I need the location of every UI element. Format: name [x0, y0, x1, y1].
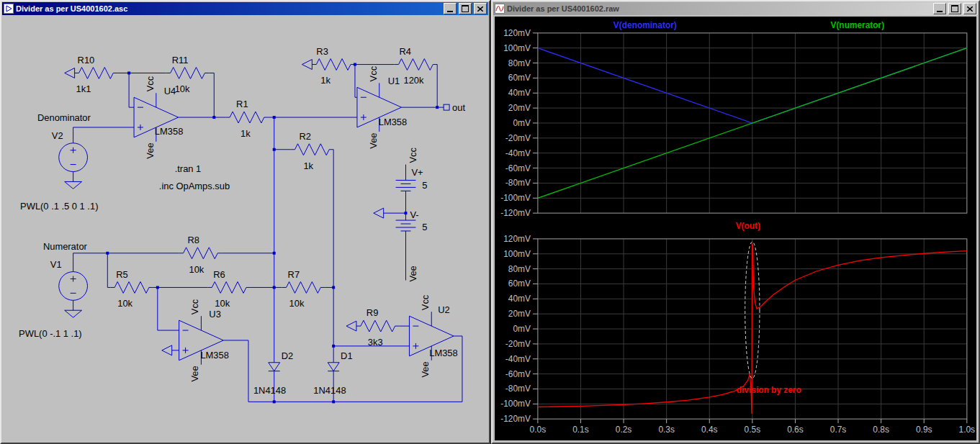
close-button[interactable]: [474, 3, 487, 14]
x-axis-tick-label: 0.8s: [873, 425, 889, 435]
r4-ref: R4: [400, 46, 412, 57]
y-axis-tick-label: 40mV: [508, 88, 531, 98]
u1-vcc-label: Vcc: [368, 65, 379, 81]
resistor-R11[interactable]: [166, 68, 210, 79]
resistor-R9[interactable]: [356, 320, 400, 332]
y-axis-tick-label: -120mV: [500, 208, 531, 218]
x-axis-tick-label: 1.0s: [959, 425, 976, 435]
waveform-canvas[interactable]: 120mV100mV80mV60mV40mV20mV0mV-20mV-40mV-…: [495, 17, 976, 440]
r9-value: 3k3: [368, 337, 383, 348]
diode-D1[interactable]: [328, 363, 339, 371]
x-axis-tick-label: 0.0s: [530, 425, 547, 435]
y-axis-tick-label: -20mV: [505, 339, 531, 349]
u2-ref: U2: [438, 304, 450, 315]
u1-vee-label: Vee: [368, 132, 379, 148]
voltage-source-V2[interactable]: [59, 143, 88, 172]
u3-ref: U3: [209, 309, 221, 320]
resistor-R4[interactable]: [395, 59, 438, 71]
vplus-value: 5: [422, 180, 427, 191]
r8-value: 10k: [189, 264, 204, 275]
resistor-R10[interactable]: [75, 68, 118, 79]
vplus-label: V+: [411, 167, 423, 178]
trace-legend-label[interactable]: V(out): [736, 221, 760, 231]
directive-include: .inc OpAmps.sub: [159, 181, 230, 191]
schematic-labels[interactable]: R10 1k1 R11 10k R1 1k R2 1k R3 1k R4 120…: [19, 46, 465, 397]
resistor-R2[interactable]: [291, 144, 334, 155]
schematic-wires[interactable]: [73, 65, 462, 402]
resistor-R3[interactable]: [312, 59, 355, 71]
net-flag[interactable]: [65, 68, 75, 78]
maximize-button[interactable]: [948, 3, 961, 14]
y-axis-tick-label: 60mV: [508, 278, 531, 289]
y-axis-tick-label: -60mV: [505, 369, 531, 379]
supply-vee-label: Vee: [408, 266, 418, 281]
resistor-R6[interactable]: [207, 281, 251, 293]
minimize-icon: [937, 11, 943, 12]
vminus-label: V-: [410, 209, 418, 220]
resistor-R5[interactable]: [110, 281, 153, 293]
net-flag[interactable]: [302, 60, 312, 70]
waveform-titlebar[interactable]: Divider as per US4001602.raw: [493, 2, 978, 15]
y-axis-tick-label: 20mV: [508, 103, 531, 113]
waveform-doc-icon[interactable]: [495, 4, 505, 14]
battery-Vminus[interactable]: [396, 220, 416, 231]
r2-ref: R2: [299, 131, 311, 142]
net-flag[interactable]: [374, 208, 384, 218]
trace-legend-label[interactable]: V(numerator): [830, 20, 884, 30]
voltage-source-V1[interactable]: [59, 272, 88, 301]
out-net-label: out: [452, 102, 465, 113]
close-icon: [967, 6, 973, 12]
y-axis-tick-label: -40mV: [505, 148, 531, 158]
y-axis-tick-label: 60mV: [508, 73, 531, 83]
schematic-window-title: Divider as per US4001602.asc: [16, 4, 441, 13]
close-button[interactable]: [963, 3, 976, 14]
close-icon: [477, 6, 483, 12]
denominator-label: Denominator: [37, 112, 91, 123]
y-axis-tick-label: -40mV: [505, 354, 531, 364]
y-axis-tick-label: 120mV: [503, 28, 531, 38]
u4-ref: U4: [164, 86, 176, 96]
u1-ref: U1: [388, 76, 400, 86]
maximize-button[interactable]: [459, 3, 472, 14]
resistor-R8[interactable]: [179, 248, 222, 259]
battery-Vplus[interactable]: [396, 180, 416, 191]
maximize-icon: [462, 5, 469, 12]
r1-value: 1k: [240, 128, 251, 139]
supply-vcc-label: Vcc: [408, 148, 418, 163]
y-axis-tick-label: 0mV: [513, 324, 531, 334]
schematic-client-area: R10 1k1 R11 10k R1 1k R2 1k R3 1k R4 120…: [4, 17, 487, 440]
maximize-icon: [951, 5, 958, 12]
r6-ref: R6: [213, 269, 225, 280]
resistor-R7[interactable]: [282, 281, 325, 293]
u3-part: LM358: [200, 350, 228, 361]
r11-ref: R11: [172, 55, 189, 65]
ground-symbol[interactable]: [65, 310, 82, 317]
net-flag[interactable]: [162, 345, 172, 355]
ground-symbol[interactable]: [65, 181, 82, 189]
r7-value: 10k: [289, 298, 305, 309]
resistor-R1[interactable]: [225, 112, 269, 123]
directive-tran: .tran 1: [175, 163, 202, 174]
trace-legend-label[interactable]: V(denominator): [613, 20, 677, 30]
y-axis-tick-label: -80mV: [505, 178, 531, 188]
schematic-canvas[interactable]: R10 1k1 R11 10k R1 1k R2 1k R3 1k R4 120…: [4, 17, 487, 440]
minimize-button[interactable]: [444, 3, 457, 14]
schematic-doc-icon[interactable]: [4, 4, 14, 14]
y-axis-tick-label: 20mV: [508, 309, 531, 319]
r4-value: 120k: [404, 75, 425, 86]
r5-ref: R5: [116, 269, 128, 280]
y-axis-tick-label: 120mV: [503, 234, 531, 244]
minimize-button[interactable]: [933, 3, 946, 14]
schematic-titlebar[interactable]: Divider as per US4001602.asc: [2, 2, 488, 15]
r2-value: 1k: [303, 160, 313, 171]
v2-ref: V2: [52, 130, 63, 141]
out-port-symbol[interactable]: [444, 104, 449, 110]
y-axis-tick-label: -60mV: [505, 163, 531, 173]
y-axis-tick-label: 100mV: [503, 43, 531, 53]
x-axis-tick-label: 0.4s: [701, 425, 718, 435]
diode-D2[interactable]: [269, 363, 280, 371]
x-axis-tick-label: 0.1s: [572, 425, 589, 435]
u4-part: LM358: [155, 126, 183, 137]
y-axis-tick-label: -120mV: [500, 414, 531, 424]
net-flag[interactable]: [346, 321, 356, 331]
